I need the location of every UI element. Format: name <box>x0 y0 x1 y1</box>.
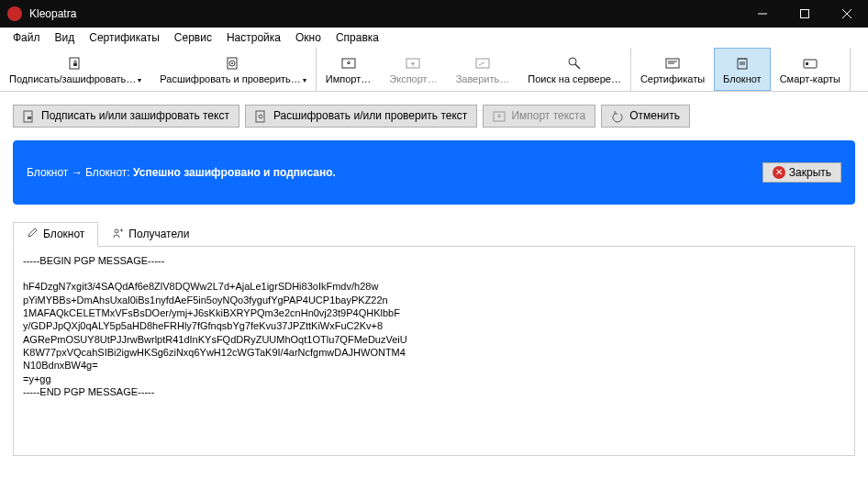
svg-point-30 <box>115 229 118 233</box>
menu-service[interactable]: Сервис <box>167 29 219 46</box>
sign-encrypt-icon <box>68 55 83 72</box>
svg-rect-1 <box>801 10 809 18</box>
menu-certificates[interactable]: Сертификаты <box>82 29 167 46</box>
tb-export-label: Экспорт… <box>389 73 437 84</box>
tb-import[interactable]: Импорт… <box>317 48 380 91</box>
tb-certificates[interactable]: Сертификаты <box>631 48 714 91</box>
person-plus-icon <box>112 228 123 241</box>
menu-view[interactable]: Вид <box>48 29 83 46</box>
svg-rect-24 <box>806 62 808 65</box>
svg-rect-26 <box>28 117 31 119</box>
tb-notepad[interactable]: Блокнот <box>714 48 771 91</box>
pencil-icon <box>27 228 38 241</box>
titlebar: Kleopatra <box>0 0 868 28</box>
import-text-button: Импорт текста <box>483 105 595 128</box>
search-page-icon <box>255 109 268 123</box>
decrypt-verify-text-button[interactable]: Расшифровать и/или проверить текст <box>245 105 477 128</box>
content-area: Подписать и/или зашифровать текст Расшиф… <box>0 92 868 456</box>
svg-point-8 <box>231 62 233 64</box>
tb-sign-encrypt[interactable]: Подписать/зашифровать…▾ <box>0 48 150 91</box>
chevron-down-icon: ▾ <box>303 76 306 84</box>
lock-page-icon <box>23 109 36 123</box>
export-icon <box>406 55 420 72</box>
window-title: Kleopatra <box>29 7 741 20</box>
decrypt-text-label: Расшифровать и/или проверить текст <box>273 109 467 122</box>
menu-settings[interactable]: Настройка <box>219 29 288 46</box>
tab-bar: Блокнот Получатели <box>13 221 855 247</box>
sign-text-label: Подписать и/или зашифровать текст <box>41 109 229 122</box>
chevron-down-icon: ▾ <box>138 76 141 84</box>
menu-file[interactable]: Файл <box>6 29 48 46</box>
tb-export: Экспорт… <box>380 48 446 91</box>
menu-help[interactable]: Справка <box>328 29 386 46</box>
minimize-button[interactable] <box>741 0 784 28</box>
tab-recipients[interactable]: Получатели <box>98 222 203 247</box>
banner-close-button[interactable]: ✕ Закрыть <box>762 162 841 183</box>
tab-notepad[interactable]: Блокнот <box>13 222 98 247</box>
undo-icon <box>611 109 624 123</box>
undo-button[interactable]: Отменить <box>601 105 690 128</box>
tab-notepad-label: Блокнот <box>43 228 84 240</box>
menu-window[interactable]: Окно <box>288 29 328 46</box>
tb-smart-label: Смарт-карты <box>780 73 840 84</box>
menubar: Файл Вид Сертификаты Сервис Настройка Ок… <box>0 28 868 48</box>
toolbar: Подписать/зашифровать…▾ Расшифровать и п… <box>0 48 868 92</box>
import-text-label: Импорт текста <box>511 109 585 122</box>
close-button[interactable] <box>826 0 868 28</box>
tb-search-label: Поиск на сервере… <box>528 73 621 84</box>
close-label: Закрыть <box>789 166 831 179</box>
maximize-button[interactable] <box>784 0 826 28</box>
svg-point-28 <box>259 115 262 118</box>
svg-rect-27 <box>256 111 264 122</box>
tb-notepad-label: Блокнот <box>723 73 762 84</box>
tb-search-server[interactable]: Поиск на сервере… <box>518 48 630 91</box>
message-textarea[interactable]: -----BEGIN PGP MESSAGE----- hF4DzgN7xgit… <box>13 247 855 456</box>
banner-status: Успешно зашифровано и подписано. <box>133 166 336 179</box>
import-icon <box>341 55 356 72</box>
tb-decrypt-label: Расшифровать и проверить… <box>160 73 301 84</box>
tb-decrypt-verify[interactable]: Расшифровать и проверить…▾ <box>150 48 316 91</box>
tb-certs-label: Сертификаты <box>640 73 705 84</box>
close-icon: ✕ <box>773 166 785 179</box>
tb-certify: Заверить… <box>447 48 519 91</box>
tb-sign-label: Подписать/зашифровать… <box>9 73 136 84</box>
search-icon <box>567 55 582 72</box>
undo-label: Отменить <box>629 109 680 122</box>
tb-import-label: Импорт… <box>326 73 371 84</box>
svg-point-12 <box>569 58 576 65</box>
banner-message: Блокнот → Блокнот: Успешно зашифровано и… <box>27 166 762 179</box>
certificates-icon <box>665 55 680 72</box>
app-icon <box>7 6 22 21</box>
tb-certify-label: Заверить… <box>456 73 510 84</box>
tb-smartcards[interactable]: Смарт-карты <box>771 48 850 91</box>
svg-line-13 <box>575 64 580 69</box>
decrypt-verify-icon <box>226 55 240 72</box>
tab-recipients-label: Получатели <box>128 228 189 240</box>
notepad-icon <box>735 55 750 72</box>
status-banner: Блокнот → Блокнот: Успешно зашифровано и… <box>13 140 855 205</box>
banner-path: Блокнот → Блокнот: <box>27 166 130 179</box>
action-row: Подписать и/или зашифровать текст Расшиф… <box>13 105 855 128</box>
certify-icon <box>475 55 490 72</box>
import-small-icon <box>493 109 506 123</box>
smartcard-icon <box>803 55 818 72</box>
svg-rect-5 <box>73 63 77 66</box>
sign-encrypt-text-button[interactable]: Подписать и/или зашифровать текст <box>13 105 239 128</box>
